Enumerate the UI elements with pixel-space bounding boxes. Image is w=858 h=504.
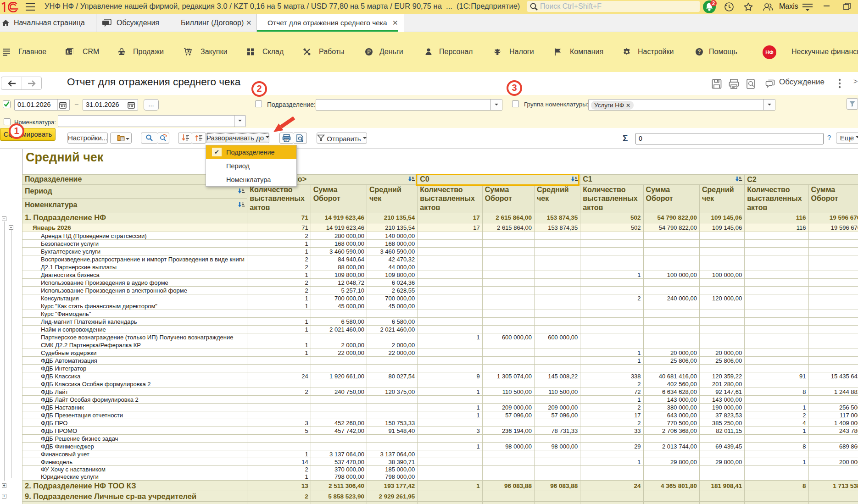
- svg-text:?: ?: [697, 49, 701, 55]
- svg-text:2: 2: [712, 0, 715, 6]
